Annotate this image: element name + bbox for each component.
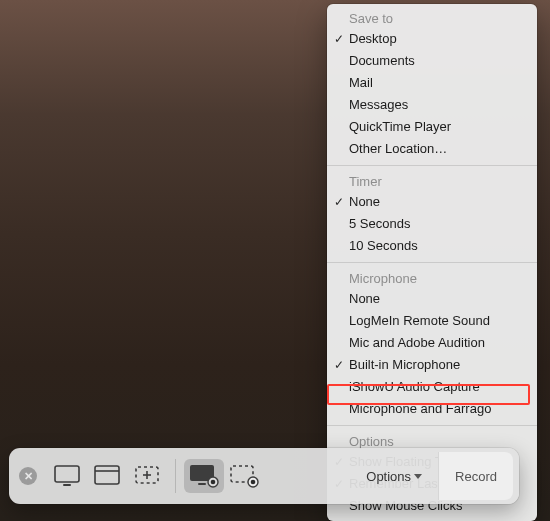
- screen-icon: [54, 465, 80, 487]
- capture-selected-portion-button[interactable]: [127, 459, 167, 493]
- menu-item-label: Mail: [349, 75, 373, 90]
- capture-segment: [47, 459, 167, 493]
- menu-item-documents[interactable]: Documents: [327, 50, 537, 72]
- menu-item-label: None: [349, 194, 380, 209]
- capture-selected-window-button[interactable]: [87, 459, 127, 493]
- options-menu: Save to ✓ Desktop Documents Mail Message…: [327, 4, 537, 521]
- svg-point-13: [251, 480, 256, 485]
- menu-separator: [327, 165, 537, 166]
- menu-item-label: Other Location…: [349, 141, 447, 156]
- menu-separator: [327, 425, 537, 426]
- menu-item-other-location[interactable]: Other Location…: [327, 138, 537, 160]
- selection-record-icon: [229, 464, 259, 488]
- menu-item-quicktime-player[interactable]: QuickTime Player: [327, 116, 537, 138]
- toolbar-divider: [175, 459, 176, 493]
- chevron-down-icon: [414, 474, 422, 479]
- svg-point-10: [211, 480, 216, 485]
- menu-separator: [327, 262, 537, 263]
- menu-header-save-to: Save to: [327, 8, 537, 28]
- menu-item-label: Documents: [349, 53, 415, 68]
- menu-item-label: None: [349, 291, 380, 306]
- menu-item-label: 10 Seconds: [349, 238, 418, 253]
- record-button[interactable]: Record: [438, 452, 513, 500]
- record-segment: [184, 459, 264, 493]
- options-button-label: Options: [366, 469, 411, 484]
- menu-item-label: Messages: [349, 97, 408, 112]
- svg-rect-1: [63, 484, 71, 486]
- menu-item-label: Built-in Microphone: [349, 357, 460, 372]
- menu-item-mic-ishowu[interactable]: iShowU Audio Capture: [327, 376, 537, 398]
- screenshot-toolbar: ✕: [9, 448, 519, 504]
- menu-item-label: QuickTime Player: [349, 119, 451, 134]
- menu-item-timer-5s[interactable]: 5 Seconds: [327, 213, 537, 235]
- record-selected-portion-button[interactable]: [224, 459, 264, 493]
- menu-item-mic-none[interactable]: None: [327, 288, 537, 310]
- capture-entire-screen-button[interactable]: [47, 459, 87, 493]
- menu-item-timer-10s[interactable]: 10 Seconds: [327, 235, 537, 257]
- options-button[interactable]: Options: [354, 456, 434, 496]
- close-button[interactable]: ✕: [19, 467, 37, 485]
- menu-item-desktop[interactable]: ✓ Desktop: [327, 28, 537, 50]
- menu-item-mic-logmein[interactable]: LogMeIn Remote Sound: [327, 310, 537, 332]
- menu-item-label: iShowU Audio Capture: [349, 379, 480, 394]
- svg-rect-2: [95, 466, 119, 484]
- window-icon: [94, 465, 120, 487]
- menu-header-microphone: Microphone: [327, 268, 537, 288]
- check-icon: ✓: [332, 193, 346, 211]
- menu-item-label: Mic and Adobe Audition: [349, 335, 485, 350]
- menu-item-label: LogMeIn Remote Sound: [349, 313, 490, 328]
- record-entire-screen-button[interactable]: [184, 459, 224, 493]
- record-button-label: Record: [455, 469, 497, 484]
- menu-item-mic-builtin[interactable]: ✓ Built-in Microphone: [327, 354, 537, 376]
- menu-item-messages[interactable]: Messages: [327, 94, 537, 116]
- menu-item-mail[interactable]: Mail: [327, 72, 537, 94]
- screen-record-icon: [189, 464, 219, 488]
- menu-item-label: 5 Seconds: [349, 216, 410, 231]
- check-icon: ✓: [332, 30, 346, 48]
- check-icon: ✓: [332, 356, 346, 374]
- svg-rect-8: [198, 483, 206, 485]
- selection-icon: [134, 465, 160, 487]
- close-icon: ✕: [24, 471, 33, 482]
- menu-header-timer: Timer: [327, 171, 537, 191]
- menu-item-mic-farrago[interactable]: Microphone and Farrago: [327, 398, 537, 420]
- menu-item-label: Desktop: [349, 31, 397, 46]
- svg-rect-0: [55, 466, 79, 482]
- menu-item-timer-none[interactable]: ✓ None: [327, 191, 537, 213]
- menu-item-mic-adobe-audition[interactable]: Mic and Adobe Audition: [327, 332, 537, 354]
- menu-item-label: Microphone and Farrago: [349, 401, 491, 416]
